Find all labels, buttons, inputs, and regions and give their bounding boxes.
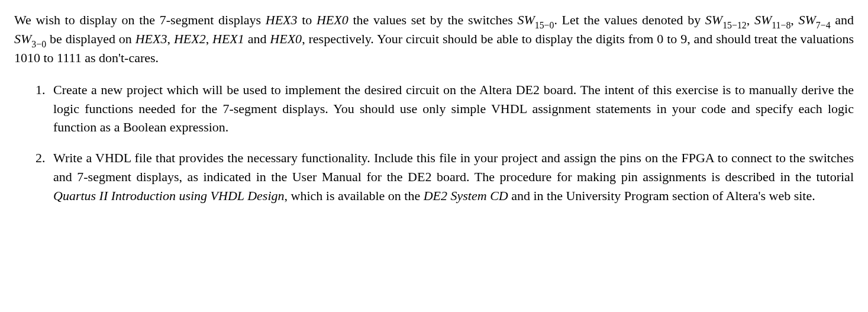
sw-subscript: 11−8: [772, 20, 790, 30]
intro-text: to: [298, 12, 317, 27]
intro-text: and: [831, 12, 854, 27]
sw-subscript: 15−12: [722, 20, 747, 30]
sw-subscript: 15−0: [535, 20, 554, 30]
cd-title: DE2 System CD: [424, 188, 508, 203]
list-item: Write a VHDL file that provides the nece…: [49, 149, 854, 205]
instruction-list: Create a new project which will be used …: [14, 81, 854, 205]
list-item-text: and in the University Program section of…: [508, 188, 815, 203]
intro-text: ,: [747, 12, 754, 27]
list-item-text: , which is available on the: [285, 188, 424, 203]
sw-label: SW: [14, 31, 31, 46]
intro-text: the values set by the switches: [349, 12, 518, 27]
hex3-label: HEX3: [266, 12, 298, 27]
intro-text: ,: [790, 12, 798, 27]
hex3-label: HEX3: [135, 31, 167, 46]
intro-text: ,: [167, 31, 174, 46]
intro-text: and: [244, 31, 270, 46]
hex0-label: HEX0: [270, 31, 302, 46]
intro-paragraph: We wish to display on the 7-segment disp…: [14, 11, 854, 67]
list-item: Create a new project which will be used …: [49, 81, 854, 137]
intro-text: . Let the values denoted by: [554, 12, 705, 27]
intro-text: be displayed on: [46, 31, 135, 46]
intro-text: ,: [206, 31, 212, 46]
sw-label: SW: [799, 12, 816, 27]
sw-subscript: 7−4: [816, 20, 831, 30]
hex1-label: HEX1: [212, 31, 244, 46]
list-item-text: Write a VHDL file that provides the nece…: [53, 150, 854, 184]
sw-subscript: 3−0: [31, 39, 46, 49]
hex0-label: HEX0: [317, 12, 349, 27]
tutorial-title: Quartus II Introduction using VHDL Desig…: [53, 188, 285, 203]
intro-text: We wish to display on the 7-segment disp…: [14, 12, 266, 27]
hex2-label: HEX2: [174, 31, 206, 46]
list-item-text: Create a new project which will be used …: [53, 82, 854, 135]
sw-label: SW: [754, 12, 772, 27]
sw-label: SW: [705, 12, 722, 27]
sw-label: SW: [517, 12, 534, 27]
